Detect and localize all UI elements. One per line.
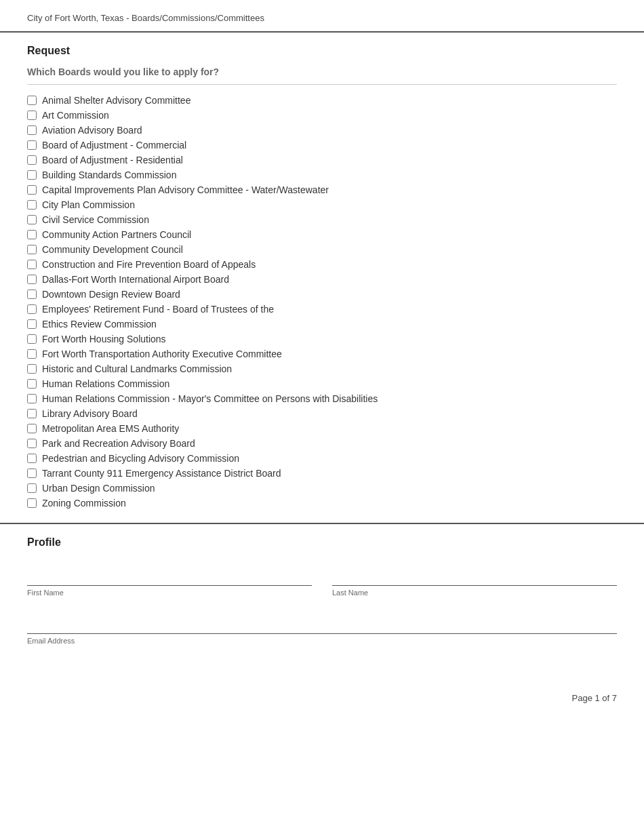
board-label-16: Fort Worth Housing Solutions <box>42 334 166 344</box>
board-checkbox-9[interactable] <box>27 230 37 239</box>
board-checkbox-12[interactable] <box>27 275 37 284</box>
board-checkbox-2[interactable] <box>27 125 37 135</box>
list-item[interactable]: Park and Recreation Advisory Board <box>27 436 617 451</box>
list-item[interactable]: Pedestrian and Bicycling Advisory Commis… <box>27 451 617 466</box>
list-item[interactable]: Building Standards Commission <box>27 167 617 182</box>
board-checkbox-24[interactable] <box>27 454 37 463</box>
board-checkbox-1[interactable] <box>27 111 37 120</box>
board-checkbox-14[interactable] <box>27 304 37 314</box>
board-label-14: Employees' Retirement Fund - Board of Tr… <box>42 304 274 315</box>
board-label-20: Human Relations Commission - Mayor's Com… <box>42 393 378 404</box>
board-label-12: Dallas-Fort Worth International Airport … <box>42 274 229 285</box>
page-header: City of Fort Worth, Texas - Boards/Commi… <box>0 0 644 33</box>
board-checkbox-6[interactable] <box>27 185 37 195</box>
board-label-8: Civil Service Commission <box>42 214 149 225</box>
profile-section: Profile First Name Last Name Email Addre… <box>0 524 644 686</box>
board-checkbox-15[interactable] <box>27 319 37 329</box>
list-item[interactable]: Fort Worth Housing Solutions <box>27 332 617 346</box>
list-item[interactable]: Urban Design Commission <box>27 481 617 496</box>
board-checkbox-21[interactable] <box>27 409 37 418</box>
board-checkbox-16[interactable] <box>27 334 37 344</box>
list-item[interactable]: Construction and Fire Prevention Board o… <box>27 257 617 272</box>
list-item[interactable]: Fort Worth Transportation Authority Exec… <box>27 346 617 361</box>
board-checkbox-3[interactable] <box>27 140 37 150</box>
header-title: City of Fort Worth, Texas - Boards/Commi… <box>27 13 264 23</box>
request-section: Request Which Boards would you like to a… <box>0 33 644 524</box>
board-label-18: Historic and Cultural Landmarks Commissi… <box>42 363 232 374</box>
board-label-27: Zoning Commission <box>42 498 126 509</box>
board-checkbox-20[interactable] <box>27 394 37 403</box>
email-field: Email Address <box>27 617 617 645</box>
board-checkbox-5[interactable] <box>27 170 37 180</box>
board-label-2: Aviation Advisory Board <box>42 125 142 136</box>
board-label-1: Art Commission <box>42 110 109 121</box>
list-item[interactable]: Animal Shelter Advisory Committee <box>27 93 617 108</box>
board-checkbox-4[interactable] <box>27 155 37 165</box>
email-input[interactable] <box>27 617 617 634</box>
board-checkbox-10[interactable] <box>27 245 37 254</box>
board-label-6: Capital Improvements Plan Advisory Commi… <box>42 184 329 195</box>
list-item[interactable]: Capital Improvements Plan Advisory Commi… <box>27 182 617 197</box>
board-checkbox-18[interactable] <box>27 364 37 374</box>
list-item[interactable]: Art Commission <box>27 108 617 123</box>
board-checkbox-11[interactable] <box>27 260 37 269</box>
board-label-21: Library Advisory Board <box>42 408 138 419</box>
email-row: Email Address <box>27 617 617 645</box>
board-label-24: Pedestrian and Bicycling Advisory Commis… <box>42 453 239 464</box>
list-item[interactable]: Downtown Design Review Board <box>27 287 617 302</box>
board-checkbox-13[interactable] <box>27 290 37 299</box>
board-label-11: Construction and Fire Prevention Board o… <box>42 259 256 270</box>
list-item[interactable]: Board of Adjustment - Residential <box>27 153 617 167</box>
board-label-26: Urban Design Commission <box>42 483 155 494</box>
profile-section-title: Profile <box>27 536 617 549</box>
list-item[interactable]: Ethics Review Commission <box>27 317 617 332</box>
boards-list: Animal Shelter Advisory CommitteeArt Com… <box>27 93 617 511</box>
list-item[interactable]: Historic and Cultural Landmarks Commissi… <box>27 361 617 376</box>
list-item[interactable]: Human Relations Commission - Mayor's Com… <box>27 391 617 406</box>
list-item[interactable]: Tarrant County 911 Emergency Assistance … <box>27 466 617 481</box>
board-checkbox-7[interactable] <box>27 200 37 210</box>
board-label-22: Metropolitan Area EMS Authority <box>42 423 179 434</box>
board-checkbox-8[interactable] <box>27 215 37 224</box>
name-row: First Name Last Name <box>27 569 617 597</box>
list-item[interactable]: City Plan Commission <box>27 197 617 212</box>
list-item[interactable]: Board of Adjustment - Commercial <box>27 138 617 153</box>
list-item[interactable]: Civil Service Commission <box>27 212 617 227</box>
board-label-10: Community Development Council <box>42 244 183 255</box>
board-checkbox-23[interactable] <box>27 439 37 448</box>
list-item[interactable]: Metropolitan Area EMS Authority <box>27 421 617 436</box>
board-label-4: Board of Adjustment - Residential <box>42 155 183 165</box>
first-name-field: First Name <box>27 569 312 597</box>
board-checkbox-17[interactable] <box>27 349 37 359</box>
list-item[interactable]: Employees' Retirement Fund - Board of Tr… <box>27 302 617 317</box>
board-checkbox-26[interactable] <box>27 483 37 493</box>
first-name-label: First Name <box>27 589 312 597</box>
board-label-19: Human Relations Commission <box>42 378 169 389</box>
list-item[interactable]: Community Development Council <box>27 242 617 257</box>
board-checkbox-27[interactable] <box>27 498 37 508</box>
list-item[interactable]: Library Advisory Board <box>27 406 617 421</box>
board-checkbox-0[interactable] <box>27 96 37 105</box>
request-section-title: Request <box>27 45 617 57</box>
board-label-0: Animal Shelter Advisory Committee <box>42 95 190 106</box>
list-item[interactable]: Zoning Commission <box>27 496 617 511</box>
last-name-input[interactable] <box>332 569 617 586</box>
board-checkbox-22[interactable] <box>27 424 37 433</box>
board-label-9: Community Action Partners Council <box>42 229 191 240</box>
board-label-13: Downtown Design Review Board <box>42 289 180 300</box>
board-label-23: Park and Recreation Advisory Board <box>42 438 195 449</box>
board-checkbox-25[interactable] <box>27 469 37 478</box>
board-label-3: Board of Adjustment - Commercial <box>42 140 186 151</box>
list-item[interactable]: Community Action Partners Council <box>27 227 617 242</box>
boards-question: Which Boards would you like to apply for… <box>27 66 617 85</box>
board-checkbox-19[interactable] <box>27 379 37 389</box>
page-number: Page 1 of 7 <box>572 693 618 703</box>
list-item[interactable]: Aviation Advisory Board <box>27 123 617 138</box>
board-label-7: City Plan Commission <box>42 199 135 210</box>
list-item[interactable]: Dallas-Fort Worth International Airport … <box>27 272 617 287</box>
board-label-5: Building Standards Commission <box>42 170 176 180</box>
first-name-input[interactable] <box>27 569 312 586</box>
list-item[interactable]: Human Relations Commission <box>27 376 617 391</box>
page-footer: Page 1 of 7 <box>0 686 644 710</box>
last-name-label: Last Name <box>332 589 617 597</box>
